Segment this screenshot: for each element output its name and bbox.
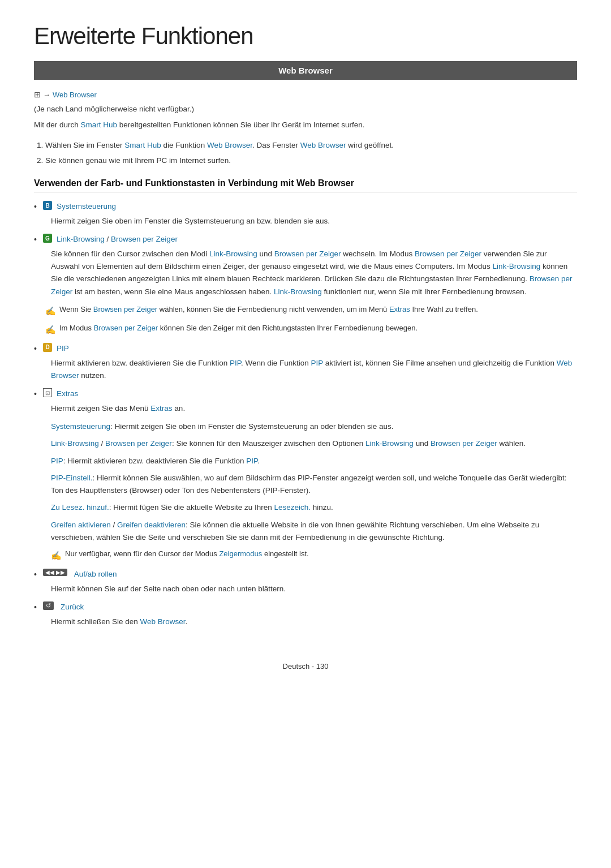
footer: Deutsch - 130 bbox=[34, 656, 577, 671]
link-browsing-desc: Sie können für den Cursor zwischen den M… bbox=[51, 248, 577, 298]
zuruck-link[interactable]: Zurück bbox=[61, 603, 84, 611]
bullet-list: • B Systemsteuerung Hiermit zeigen Sie o… bbox=[34, 200, 577, 628]
systemsteuerung-desc: Hiermit zeigen Sie oben im Fenster die S… bbox=[51, 215, 577, 227]
zeigermodus-link[interactable]: Zeigermodus bbox=[219, 549, 262, 558]
step-1: Wählen Sie im Fenster Smart Hub die Funk… bbox=[45, 139, 577, 152]
breadcrumb-link[interactable]: Web Browser bbox=[53, 91, 97, 99]
zuruck-desc: Hiermit schließen Sie den Web Browser. bbox=[51, 616, 577, 628]
lesezeichen-link[interactable]: Zu Lesez. hinzuf. bbox=[51, 503, 109, 512]
extras-item-greifen: Greifen aktivieren / Greifen deaktiviere… bbox=[51, 519, 577, 544]
link-browsing-link-3[interactable]: Link-Browsing bbox=[492, 262, 540, 270]
list-item-scroll: • ◀◀ ▶▶ Auf/ab rollen Hiermit können Sie… bbox=[34, 568, 577, 595]
extras-link-1[interactable]: Extras bbox=[389, 305, 410, 313]
note-icon-1: ✍ bbox=[45, 304, 56, 318]
yellow-button-icon: D bbox=[43, 343, 52, 352]
scroll-desc: Hiermit können Sie auf der Seite nach ob… bbox=[51, 583, 577, 595]
systemsteuerung-link[interactable]: Systemsteuerung bbox=[57, 202, 116, 210]
link-browsing-link-2[interactable]: Link-Browsing bbox=[209, 250, 257, 258]
browsen-zeiger-link-5[interactable]: Browsen per Zeiger bbox=[93, 305, 157, 313]
pip-link-3[interactable]: PIP bbox=[311, 359, 324, 367]
extras-link-2[interactable]: Extras bbox=[57, 389, 78, 398]
extras-link-browsing-link-2[interactable]: Link-Browsing bbox=[365, 439, 414, 448]
list-item-link-browsing: • G Link-Browsing / Browsen per Zeiger S… bbox=[34, 233, 577, 337]
note-icon-2: ✍ bbox=[45, 323, 56, 337]
extras-section: Systemsteuerung: Hiermit zeigen Sie oben… bbox=[51, 420, 577, 544]
extras-icon: ⊡ bbox=[43, 388, 52, 397]
note-1: ✍ Wenn Sie Browsen per Zeiger wählen, kö… bbox=[45, 304, 577, 318]
note-icon-3: ✍ bbox=[51, 549, 62, 562]
list-item-back: • ↺ Zurück Hiermit schließen Sie den Web… bbox=[34, 601, 577, 628]
separator-1: / bbox=[107, 235, 111, 243]
breadcrumb-arrow: → bbox=[43, 91, 50, 99]
numbered-list: Wählen Sie im Fenster Smart Hub die Funk… bbox=[45, 139, 577, 167]
browsen-zeiger-link-6[interactable]: Browsen per Zeiger bbox=[94, 324, 158, 332]
extras-main-desc: Hiermit zeigen Sie das Menü Extras an. bbox=[51, 402, 577, 415]
extras-item-link-browsing: Link-Browsing / Browsen per Zeiger: Sie … bbox=[51, 437, 577, 450]
breadcrumb: ⊞ → Web Browser bbox=[34, 90, 577, 99]
intro-text: Mit der durch Smart Hub bereitgestellten… bbox=[34, 119, 577, 131]
list-item-systemsteuerung: • B Systemsteuerung Hiermit zeigen Sie o… bbox=[34, 200, 577, 227]
intro-note: (Je nach Land möglicherweise nicht verfü… bbox=[34, 105, 577, 113]
link-browsing-link-1[interactable]: Link-Browsing bbox=[57, 235, 105, 243]
pip-link-2[interactable]: PIP bbox=[230, 359, 241, 367]
extras-pip-link-2[interactable]: PIP bbox=[246, 457, 257, 465]
smart-hub-link-1[interactable]: Smart Hub bbox=[81, 121, 118, 129]
nav-button-icon: ◀◀ ▶▶ bbox=[43, 569, 67, 576]
green-button-icon: G bbox=[43, 234, 52, 243]
web-browser-link-1[interactable]: Web Browser bbox=[207, 141, 252, 149]
blue-button-icon: B bbox=[43, 201, 52, 210]
list-item-extras: • ⊡ Extras Hiermit zeigen Sie das Menü E… bbox=[34, 388, 577, 562]
note-2: ✍ Im Modus Browsen per Zeiger können Sie… bbox=[45, 323, 577, 337]
back-button-icon: ↺ bbox=[43, 601, 54, 610]
web-browser-link-4[interactable]: Web Browser bbox=[140, 617, 186, 626]
link-browsing-link-4[interactable]: Link-Browsing bbox=[274, 287, 322, 296]
extras-item-pip: PIP: Hiermit aktivieren bzw. deaktiviere… bbox=[51, 455, 577, 467]
extras-browsen-zeiger-link[interactable]: Browsen per Zeiger bbox=[105, 439, 172, 448]
subsection-title: Verwenden der Farb- und Funktionstasten … bbox=[34, 178, 577, 192]
pip-link-1[interactable]: PIP bbox=[57, 344, 69, 353]
scroll-link[interactable]: Auf/ab rollen bbox=[74, 570, 117, 578]
extras-item-lesezeichen: Zu Lesez. hinzuf.: Hiermit fügen Sie die… bbox=[51, 501, 577, 514]
browsen-zeiger-link-1[interactable]: Browsen per Zeiger bbox=[111, 235, 178, 243]
smart-hub-link-2[interactable]: Smart Hub bbox=[124, 141, 161, 149]
browsen-zeiger-link-3[interactable]: Browsen per Zeiger bbox=[415, 250, 481, 258]
home-icon: ⊞ bbox=[34, 90, 41, 99]
greifen-aktivieren-link[interactable]: Greifen aktivieren bbox=[51, 521, 111, 529]
extras-pip-link[interactable]: PIP bbox=[51, 457, 63, 465]
web-browser-link-2[interactable]: Web Browser bbox=[300, 141, 346, 149]
extras-note: ✍ Nur verfügbar, wenn für den Cursor der… bbox=[51, 548, 577, 562]
extras-browsen-zeiger-link-2[interactable]: Browsen per Zeiger bbox=[431, 439, 497, 448]
extras-item-systemsteuerung: Systemsteuerung: Hiermit zeigen Sie oben… bbox=[51, 420, 577, 433]
extras-item-pip-einstell: PIP-Einstell.: Hiermit können Sie auswäh… bbox=[51, 472, 577, 497]
lesezeich-link[interactable]: Lesezeich. bbox=[274, 503, 311, 512]
browsen-zeiger-link-2[interactable]: Browsen per Zeiger bbox=[274, 250, 341, 258]
extras-link-browsing-link[interactable]: Link-Browsing bbox=[51, 439, 99, 448]
list-item-pip: • D PIP Hiermit aktivieren bzw. deaktivi… bbox=[34, 342, 577, 382]
step-2: Sie können genau wie mit Ihrem PC im Int… bbox=[45, 154, 577, 167]
greifen-deaktivieren-link[interactable]: Greifen deaktivieren bbox=[117, 521, 186, 529]
page-title: Erweiterte Funktionen bbox=[34, 23, 577, 50]
section-header: Web Browser bbox=[34, 61, 577, 80]
extras-systemsteuerung-link[interactable]: Systemsteuerung bbox=[51, 422, 110, 431]
pip-einstell-link[interactable]: PIP-Einstell. bbox=[51, 474, 93, 482]
pip-desc: Hiermit aktivieren bzw. deaktivieren Sie… bbox=[51, 357, 577, 383]
extras-link-3[interactable]: Extras bbox=[150, 404, 172, 412]
